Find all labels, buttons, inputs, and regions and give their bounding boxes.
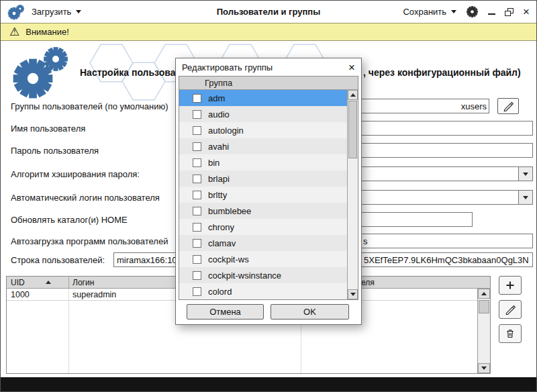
save-menu-button[interactable]: Сохранить xyxy=(403,7,456,17)
load-menu-label: Загрузить xyxy=(32,7,71,17)
group-label: cockpit-ws xyxy=(208,254,249,264)
cell-login: superadmin xyxy=(72,290,116,299)
dialog-titlebar: Редактировать группы × xyxy=(176,58,361,76)
warning-text: Внимание! xyxy=(26,27,69,37)
close-button[interactable]: × xyxy=(523,7,530,16)
group-checkbox[interactable] xyxy=(193,255,201,264)
default-groups-value: xusers xyxy=(461,101,487,111)
scroll-thumb[interactable] xyxy=(348,101,357,158)
group-row[interactable]: clamav xyxy=(179,235,347,251)
column-divider xyxy=(68,289,69,373)
group-row[interactable]: brltty xyxy=(179,187,347,203)
label-user-string: Строка пользователей: xyxy=(11,255,105,265)
scroll-thumb[interactable] xyxy=(479,300,489,313)
group-checkbox[interactable] xyxy=(193,239,201,248)
label-autologin: Автоматический логин пользователя xyxy=(11,193,160,203)
settings-gear-icon[interactable] xyxy=(466,5,479,18)
label-password: Пароль пользователя xyxy=(11,146,99,156)
group-checkbox[interactable] xyxy=(193,191,201,199)
groups-rows: adm audio autologin avahi bin brlapi brl… xyxy=(179,90,347,299)
group-row[interactable]: audio xyxy=(179,106,347,122)
chevron-down-icon xyxy=(523,173,528,176)
groups-list-header: Группа xyxy=(179,77,358,90)
group-checkbox[interactable] xyxy=(193,142,201,151)
group-label: avahi xyxy=(208,142,229,152)
scroll-up-button[interactable] xyxy=(348,90,358,100)
group-row[interactable]: cockpit-wsinstance xyxy=(179,267,347,283)
group-label: brltty xyxy=(208,190,227,200)
delete-user-button[interactable] xyxy=(499,324,522,343)
autostart-programs-value: s xyxy=(363,236,368,246)
group-row[interactable]: brlapi xyxy=(179,170,347,187)
group-label: chrony xyxy=(208,222,234,232)
group-label: bumblebee xyxy=(208,206,251,216)
group-checkbox[interactable] xyxy=(193,110,201,119)
chevron-down-icon xyxy=(350,293,356,296)
group-row[interactable]: autologin xyxy=(179,122,347,138)
load-menu-button[interactable]: Загрузить xyxy=(32,7,81,17)
group-checkbox[interactable] xyxy=(193,207,201,215)
group-checkbox[interactable] xyxy=(193,287,201,296)
group-checkbox[interactable] xyxy=(193,94,201,103)
group-row[interactable]: adm xyxy=(179,90,347,106)
app-window: Загрузить Пользователи и группы Сохранит… xyxy=(0,0,537,392)
dialog-close-button[interactable]: × xyxy=(348,62,355,73)
column-header-uid[interactable]: UID xyxy=(11,278,25,287)
column-header-login[interactable]: Логин xyxy=(72,278,94,287)
group-checkbox[interactable] xyxy=(193,126,201,135)
minimize-button[interactable] xyxy=(488,7,495,17)
add-user-button[interactable] xyxy=(499,276,522,295)
pencil-icon xyxy=(503,101,514,111)
pencil-icon xyxy=(505,304,516,315)
group-row[interactable]: avahi xyxy=(179,138,347,154)
group-column-header: Группа xyxy=(205,78,232,88)
scroll-down-button[interactable] xyxy=(348,289,358,299)
scroll-down-button[interactable] xyxy=(478,363,490,373)
minimize-icon xyxy=(488,13,495,15)
group-row[interactable]: colord xyxy=(179,283,347,299)
dropdown-arrow-button[interactable] xyxy=(518,191,532,204)
edit-groups-button[interactable] xyxy=(497,98,519,114)
ok-button[interactable]: OK xyxy=(271,304,349,320)
scroll-up-button[interactable] xyxy=(478,289,490,299)
chevron-down-icon xyxy=(76,10,81,13)
group-label: clamav xyxy=(208,238,236,248)
group-row[interactable]: bin xyxy=(179,154,347,170)
edit-groups-dialog: Редактировать группы × Группа adm audio … xyxy=(175,58,362,325)
label-update-home: Обновлять каталог(и) HOME xyxy=(11,215,128,225)
trash-icon xyxy=(505,328,516,339)
label-hash-algorithm: Алгоритм хэширования пароля: xyxy=(11,169,140,179)
titlebar: Загрузить Пользователи и группы Сохранит… xyxy=(1,1,536,23)
chevron-down-icon xyxy=(481,366,487,370)
group-label: cockpit-wsinstance xyxy=(208,271,281,281)
page-heading-right: , через конфигурационный файл) xyxy=(363,67,521,78)
edit-user-button[interactable] xyxy=(499,300,522,319)
group-label: colord xyxy=(208,287,232,297)
groups-scrollbar[interactable] xyxy=(347,90,358,299)
group-label: autologin xyxy=(208,126,244,136)
group-checkbox[interactable] xyxy=(193,175,201,183)
maximize-icon xyxy=(505,11,511,16)
plus-icon xyxy=(505,280,516,291)
column-divider xyxy=(68,277,69,288)
maximize-button[interactable] xyxy=(505,8,514,16)
chevron-down-icon xyxy=(451,10,456,13)
user-string-value-right: 5XEfTeEP7.9LK6HmQC3bkabaan0QgL3N xyxy=(364,255,529,265)
save-menu-label: Сохранить xyxy=(403,7,446,17)
cancel-button[interactable]: Отмена xyxy=(187,304,264,320)
group-row[interactable]: bumblebee xyxy=(179,203,347,219)
label-default-groups: Группы пользователей (по умолчанию) xyxy=(11,101,168,111)
group-row[interactable]: chrony xyxy=(179,219,347,235)
table-scrollbar[interactable] xyxy=(477,289,490,373)
groups-list: Группа adm audio autologin avahi bin brl… xyxy=(179,76,358,300)
cancel-button-label: Отмена xyxy=(209,307,241,317)
group-checkbox[interactable] xyxy=(193,158,201,167)
dropdown-arrow-button[interactable] xyxy=(518,167,532,181)
group-checkbox[interactable] xyxy=(193,223,201,232)
chevron-up-icon xyxy=(350,93,356,97)
user-string-value-left: miramax166:10 xyxy=(117,255,177,265)
label-autostart-programs: Автозагрузка программ пользователей xyxy=(11,236,168,246)
group-row[interactable]: cockpit-ws xyxy=(179,251,347,267)
page-heading-left: Настройка пользовате xyxy=(80,67,185,78)
group-checkbox[interactable] xyxy=(193,271,201,280)
